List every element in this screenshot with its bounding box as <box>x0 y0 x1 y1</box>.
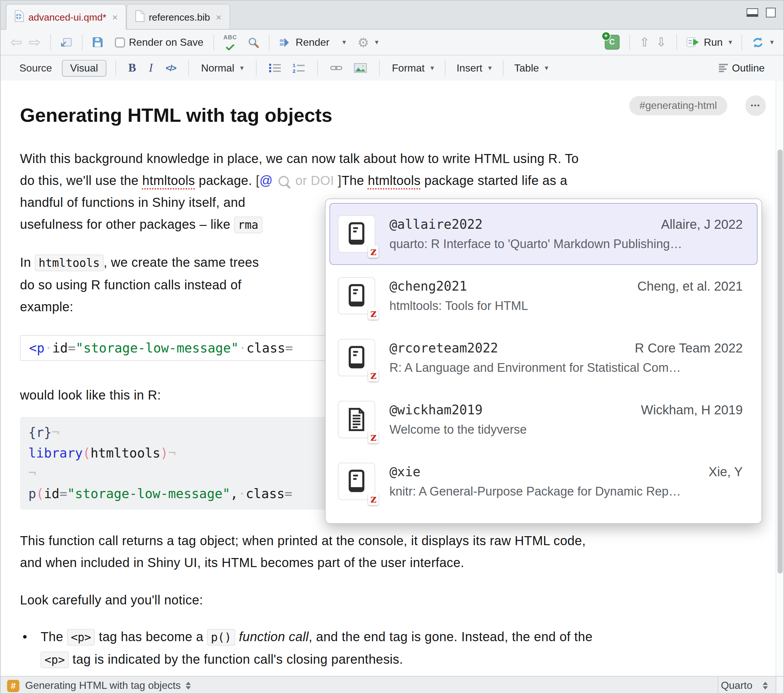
window-controls <box>747 8 776 17</box>
op-run: = <box>59 485 67 501</box>
insert-chunk-button[interactable]: +C <box>601 35 623 49</box>
citation-text: @wickham2019Wickham, H 2019Welcome to th… <box>389 402 743 437</box>
find-icon[interactable] <box>244 36 262 48</box>
op-run: = <box>285 485 292 501</box>
chevron-down-icon: ▾ <box>430 64 434 72</box>
gear-icon[interactable]: ⚙ <box>357 36 369 49</box>
citation-item[interactable]: z@rcoreteam2022R Core Team 2022R: A Lang… <box>329 327 758 388</box>
citation-item[interactable]: z@allaire2022Allaire, J 2022quarto: R In… <box>329 203 758 265</box>
render-on-save-checkbox[interactable]: Render on Save <box>112 36 207 48</box>
k-run: htmltools <box>91 445 161 460</box>
popout-icon[interactable] <box>58 37 76 47</box>
zotero-badge-icon: z <box>369 369 379 382</box>
scrollbar-track[interactable] <box>776 81 784 676</box>
dot-run: · <box>44 340 52 356</box>
mode-arrows-icon <box>763 682 768 689</box>
chevron-down-icon[interactable]: ▾ <box>728 38 732 46</box>
book-icon: z <box>338 339 375 376</box>
render-options-button[interactable]: ⚙ ▾ <box>354 36 382 49</box>
run-next-icon[interactable]: ⇩ <box>653 36 670 48</box>
spellcheck-icon[interactable]: ABC <box>220 35 240 50</box>
eol-run: ¬ <box>51 425 59 440</box>
divider <box>502 60 503 76</box>
insert-chunk-icon: +C <box>604 35 619 49</box>
article-icon: z <box>338 401 375 438</box>
back-icon[interactable]: ⇦ <box>7 35 25 49</box>
text-run: usefulness for other packages – like <box>20 217 234 231</box>
inline-code-icon[interactable]: </> <box>163 63 179 73</box>
citation-author: Cheng, et al. 2021 <box>637 279 743 294</box>
svg-text:2: 2 <box>293 68 295 73</box>
book-icon: z <box>338 277 375 314</box>
forward-icon[interactable]: ⇨ <box>25 35 44 49</box>
citation-id: @allaire2022 <box>389 217 483 232</box>
divider <box>82 34 82 50</box>
k-run: class <box>245 485 284 501</box>
chevron-down-icon[interactable]: ▾ <box>770 38 774 46</box>
text-line: and when included in Shiny UI, its HTML … <box>20 552 784 574</box>
numbered-list-icon[interactable]: 12 <box>290 63 308 73</box>
insert-menu[interactable]: Insert ▾ <box>453 62 495 74</box>
file-icon <box>134 10 144 23</box>
dot-run: · <box>239 340 246 356</box>
image-icon[interactable] <box>351 63 370 73</box>
chevron-down-icon[interactable]: ▾ <box>343 38 346 46</box>
citation-item[interactable]: z@xieXie, Yknitr: A General-Purpose Pack… <box>329 451 758 512</box>
italic-icon[interactable]: I <box>146 61 156 75</box>
paren-run: ( <box>83 445 91 460</box>
run-button[interactable]: Run ▾ <box>683 36 735 48</box>
section-menu-button[interactable]: ••• <box>745 95 766 116</box>
text-run: handful of functions in Shiny itself, an… <box>20 195 245 209</box>
section-nav-arrows-icon[interactable] <box>186 682 191 689</box>
quarto-file-icon <box>14 10 24 23</box>
source-mode-button[interactable]: Source <box>16 62 55 74</box>
citation-item[interactable]: z@wickham2019Wickham, H 2019Welcome to t… <box>329 388 758 451</box>
paragraph-style-select[interactable]: Normal ▾ <box>198 62 247 74</box>
minimize-icon[interactable] <box>747 8 758 17</box>
maximize-icon[interactable] <box>766 8 776 17</box>
bullet-text: The <p> tag has become a p() function ca… <box>41 626 593 671</box>
divider <box>188 60 189 76</box>
document-mode-select[interactable]: Quarto <box>718 677 776 694</box>
scrollbar-thumb[interactable] <box>777 150 783 574</box>
bold-icon[interactable]: B <box>125 61 139 75</box>
br-run: ] <box>334 173 341 187</box>
render-button[interactable]: Render ▾ <box>276 36 349 48</box>
format-menu[interactable]: Format ▾ <box>389 62 437 74</box>
run-previous-icon[interactable]: ⇧ <box>636 36 653 48</box>
status-section-label[interactable]: Generating HTML with tag objects <box>25 680 181 691</box>
brace-run: p <box>28 485 36 501</box>
text-run: With this background knowledge in place,… <box>20 151 579 166</box>
status-bar: # Generating HTML with tag objects Quart… <box>1 676 784 694</box>
render-label: Render <box>296 36 329 48</box>
bullet-list-icon[interactable] <box>266 63 284 73</box>
close-icon[interactable]: × <box>216 11 222 22</box>
tab-references-bib[interactable]: references.bib × <box>126 4 230 29</box>
outline-toggle[interactable]: Outline <box>716 62 768 74</box>
paren-run: ( <box>36 485 44 501</box>
citation-title: Welcome to the tidyverse <box>389 423 743 437</box>
rerun-button[interactable]: ▾ <box>749 36 777 48</box>
k-run: class <box>246 340 285 356</box>
text-line: do this, we'll use the htmltools package… <box>20 169 784 191</box>
table-menu[interactable]: Table ▾ <box>511 62 552 74</box>
at-run: @ <box>260 173 273 187</box>
render-on-save-label: Render on Save <box>129 36 203 48</box>
link-icon[interactable] <box>327 64 346 72</box>
zotero-badge-icon: z <box>369 493 379 505</box>
text-line: Look carefully and you'll notice: <box>20 589 784 611</box>
k-run: id <box>44 485 59 501</box>
code-run: <p> <box>41 651 69 668</box>
save-icon[interactable] <box>89 37 106 48</box>
citation-title: R: A Language and Environment for Statis… <box>389 361 743 375</box>
text-run: In <box>20 255 35 269</box>
chevron-down-icon[interactable]: ▾ <box>375 38 379 46</box>
citation-title: htmltools: Tools for HTML <box>389 299 743 313</box>
citation-item[interactable]: z@cheng2021Cheng, et al. 2021htmltools: … <box>329 265 758 327</box>
tab-advanced-ui-qmd[interactable]: advanced-ui.qmd* × <box>6 4 126 30</box>
close-icon[interactable]: × <box>112 11 118 22</box>
text-run: package. <box>195 173 256 187</box>
op-run: = <box>285 340 293 356</box>
outline-label: Outline <box>732 62 765 74</box>
visual-mode-button[interactable]: Visual <box>62 59 106 76</box>
